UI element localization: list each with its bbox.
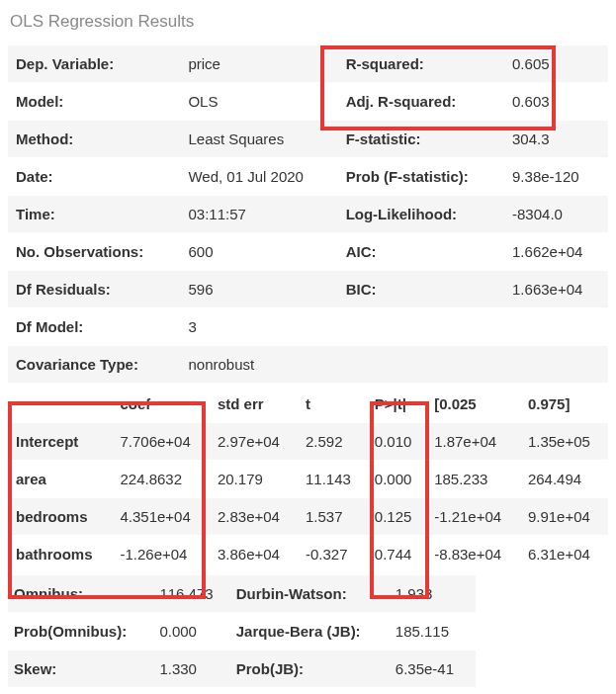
cell: 9.91e+04 bbox=[520, 498, 608, 536]
row-name: bedrooms bbox=[8, 498, 112, 536]
cell: -8.83e+04 bbox=[426, 536, 520, 573]
label: Skew: bbox=[8, 651, 153, 688]
label: Prob (F-statistic): bbox=[338, 158, 504, 196]
label: Prob(JB): bbox=[230, 651, 390, 688]
summary-table: Dep. Variable: price R-squared: 0.605 Mo… bbox=[8, 45, 608, 384]
value: price bbox=[180, 45, 337, 83]
label: Method: bbox=[8, 121, 180, 158]
col-header: 0.975] bbox=[520, 386, 608, 423]
value: 1.19e+04 bbox=[390, 688, 477, 695]
label: Date: bbox=[8, 158, 180, 196]
cell: 3.86e+04 bbox=[210, 536, 298, 573]
diagnostics-table: Omnibus: 116.473 Durbin-Watson: 1.933 Pr… bbox=[8, 575, 476, 694]
value: 0.605 bbox=[504, 45, 608, 83]
label: Log-Likelihood: bbox=[338, 196, 504, 233]
cell: 0.000 bbox=[367, 461, 426, 498]
col-header: t bbox=[298, 386, 367, 423]
cell: 224.8632 bbox=[112, 461, 209, 498]
cell: -0.327 bbox=[298, 536, 367, 573]
label: Adj. R-squared: bbox=[338, 83, 504, 121]
value: Least Squares bbox=[180, 121, 337, 158]
value: 1.662e+04 bbox=[504, 233, 608, 271]
col-header bbox=[8, 386, 112, 423]
value: 1.663e+04 bbox=[504, 271, 608, 308]
label: Covariance Type: bbox=[8, 346, 180, 384]
value: -8304.0 bbox=[504, 196, 608, 233]
value: 0.603 bbox=[504, 83, 608, 121]
value: 1.933 bbox=[390, 575, 477, 613]
label: Df Residuals: bbox=[8, 271, 180, 308]
label: Df Model: bbox=[8, 308, 180, 346]
value: 6.35e-41 bbox=[390, 651, 477, 688]
cell: -1.21e+04 bbox=[426, 498, 520, 536]
cell: 0.125 bbox=[367, 498, 426, 536]
label: Prob(Omnibus): bbox=[8, 613, 153, 651]
cell: 2.83e+04 bbox=[210, 498, 298, 536]
label: Omnibus: bbox=[8, 575, 153, 613]
label: Dep. Variable: bbox=[8, 45, 180, 83]
cell: 6.31e+04 bbox=[520, 536, 608, 573]
coefficients-table: coef std err t P>|t| [0.025 0.975] Inter… bbox=[8, 386, 608, 573]
value: Wed, 01 Jul 2020 bbox=[180, 158, 337, 196]
col-header: P>|t| bbox=[367, 386, 426, 423]
cell: -1.26e+04 bbox=[112, 536, 209, 573]
cell: 1.35e+05 bbox=[520, 423, 608, 461]
row-name: area bbox=[8, 461, 112, 498]
col-header: std err bbox=[210, 386, 298, 423]
value: OLS bbox=[180, 83, 337, 121]
label: No. Observations: bbox=[8, 233, 180, 271]
label: Cond. No. bbox=[230, 688, 390, 695]
cell: 264.494 bbox=[520, 461, 608, 498]
value: 3.575 bbox=[153, 688, 229, 695]
cell: 2.592 bbox=[298, 423, 367, 461]
value: 0.000 bbox=[153, 613, 229, 651]
cell: 2.97e+04 bbox=[210, 423, 298, 461]
cell: 1.87e+04 bbox=[426, 423, 520, 461]
cell: 0.010 bbox=[367, 423, 426, 461]
value: 596 bbox=[180, 271, 337, 308]
label: BIC: bbox=[338, 271, 504, 308]
cell: 7.706e+04 bbox=[112, 423, 209, 461]
label: R-squared: bbox=[338, 45, 504, 83]
cell: 4.351e+04 bbox=[112, 498, 209, 536]
value: 304.3 bbox=[504, 121, 608, 158]
row-name: Intercept bbox=[8, 423, 112, 461]
value: 1.330 bbox=[153, 651, 229, 688]
value: nonrobust bbox=[180, 346, 337, 384]
value: 03:11:57 bbox=[180, 196, 337, 233]
cell: 11.143 bbox=[298, 461, 367, 498]
value: 9.38e-120 bbox=[504, 158, 608, 196]
value: 600 bbox=[180, 233, 337, 271]
label: Model: bbox=[8, 83, 180, 121]
page-title: OLS Regression Results bbox=[10, 12, 608, 32]
col-header: [0.025 bbox=[426, 386, 520, 423]
value: 116.473 bbox=[153, 575, 229, 613]
cell: 20.179 bbox=[210, 461, 298, 498]
cell: 185.233 bbox=[426, 461, 520, 498]
label: Time: bbox=[8, 196, 180, 233]
label: Kurtosis: bbox=[8, 688, 153, 695]
value: 3 bbox=[180, 308, 337, 346]
cell: 1.537 bbox=[298, 498, 367, 536]
label: Jarque-Bera (JB): bbox=[230, 613, 390, 651]
row-name: bathrooms bbox=[8, 536, 112, 573]
label: Durbin-Watson: bbox=[230, 575, 390, 613]
value: 185.115 bbox=[390, 613, 477, 651]
col-header: coef bbox=[112, 386, 209, 423]
cell: 0.744 bbox=[367, 536, 426, 573]
label: F-statistic: bbox=[338, 121, 504, 158]
label: AIC: bbox=[338, 233, 504, 271]
